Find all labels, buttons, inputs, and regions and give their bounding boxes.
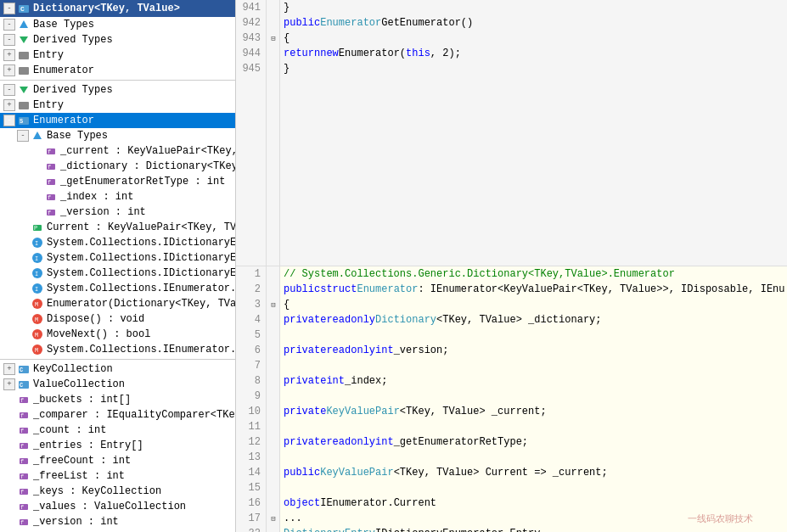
tree-item-entry2[interactable]: +Entry — [0, 98, 235, 113]
tree-item-index[interactable]: f_index : int — [0, 189, 235, 204]
code-segment: IDictionaryEnumerator.Entry — [375, 528, 540, 532]
code-segment: private — [284, 344, 326, 356]
header-expand-btn[interactable]: - — [3, 3, 15, 14]
code-segment: _index; — [345, 375, 387, 387]
tree-item-base-types2[interactable]: -Base Types — [0, 128, 235, 143]
code-segment: KeyValuePair — [326, 406, 399, 417]
tree-item-enumerator-top[interactable]: +Enumerator — [0, 63, 235, 78]
tree-label-idict3: System.Collections.IDictionaryEnumera... — [47, 267, 236, 279]
code-segment: KeyValuePair — [320, 467, 393, 479]
expand-btn-derived-types-top[interactable]: - — [3, 34, 15, 46]
line-number-9: 9 — [241, 389, 261, 404]
fold-gutter-17[interactable]: ⊟ — [267, 511, 280, 526]
expand-btn-valuecollection[interactable]: + — [3, 378, 15, 390]
class-icon: C — [17, 362, 31, 376]
tree-item-entries[interactable]: f_entries : Entry[] — [0, 438, 235, 453]
tree-item-valuecollection[interactable]: +CValueCollection — [0, 377, 235, 392]
expand-btn-entry-top[interactable]: + — [3, 49, 15, 61]
code-segment: private — [284, 436, 326, 448]
tree-item-keycollection[interactable]: +CKeyCollection — [0, 361, 235, 377]
fold-gutter-943[interactable]: ⊟ — [267, 31, 280, 46]
tree-item-current-prop[interactable]: PCurrent : KeyValuePair<TKey, TValue> — [0, 220, 235, 235]
tree-label-enumerator: Enumerator — [33, 115, 94, 126]
code-segment: : IEnumerator<KeyValuePair<TKey, TValue>… — [418, 283, 787, 295]
code-segment: } — [284, 63, 290, 75]
code-line-13 — [284, 450, 787, 465]
tree-item-comparer[interactable]: f_comparer : IEqualityComparer<TKey> — [0, 407, 235, 423]
tree-item-idict2[interactable]: ISystem.Collections.IDictionaryEnumera..… — [0, 250, 235, 266]
svg-text:C: C — [20, 367, 23, 373]
tree-label-current: _current : KeyValuePair<TKey, TValue> — [60, 145, 236, 157]
svg-rect-5 — [19, 67, 29, 75]
expand-btn-derived-types[interactable]: - — [3, 84, 15, 96]
tree-label-version: _version : int — [60, 206, 146, 218]
tree-item-enumerator[interactable]: -SEnumerator — [0, 113, 235, 128]
svg-text:f: f — [48, 164, 51, 171]
tree-header-item[interactable]: - C Dictionary<TKey, TValue> — [0, 0, 235, 17]
expand-btn-entry2[interactable]: + — [3, 99, 15, 111]
tree-item-idict3[interactable]: ISystem.Collections.IDictionaryEnumera..… — [0, 266, 235, 281]
tree-items-container: -Base Types-Derived Types+Entry+Enumerat… — [0, 17, 235, 532]
tree-item-dispose[interactable]: MDispose() : void — [0, 311, 235, 327]
fold-gutter-8 — [267, 373, 280, 389]
code-segment: public — [284, 17, 320, 29]
tree-item-derived-types[interactable]: -Derived Types — [0, 82, 235, 98]
fold-gutter-3[interactable]: ⊟ — [267, 297, 280, 312]
tree-item-keys[interactable]: f_keys : KeyCollection — [0, 484, 235, 499]
expand-btn-base-types2[interactable]: - — [17, 130, 29, 142]
tree-item-version[interactable]: f_version : int — [0, 204, 235, 220]
fold-gutter-942 — [267, 15, 280, 31]
line-number-14: 14 — [241, 465, 261, 480]
svg-text:f: f — [20, 397, 24, 404]
line-number-944: 944 — [241, 46, 261, 61]
expand-btn-enumerator[interactable]: - — [3, 115, 15, 126]
fold-gutter-9 — [267, 389, 280, 404]
svg-text:f: f — [48, 210, 51, 216]
tree-item-base-types-top[interactable]: -Base Types — [0, 17, 235, 32]
svg-text:M: M — [35, 347, 38, 354]
code-segment: _version; — [394, 344, 449, 356]
tree-item-freecount[interactable]: f_freeCount : int — [0, 453, 235, 468]
tree-item-buckets[interactable]: f_buckets : int[] — [0, 392, 235, 407]
tree-item-count[interactable]: f_count : int — [0, 423, 235, 438]
code-segment: Enumerator( — [339, 48, 406, 59]
svg-text:I: I — [35, 240, 38, 247]
code-segment: { — [284, 299, 290, 311]
svg-text:f: f — [20, 428, 24, 434]
tree-item-ctor[interactable]: MEnumerator(Dictionary<TKey, TValue>, — [0, 296, 235, 311]
expand-btn-base-types-top[interactable]: - — [3, 19, 15, 31]
code-segment: struct — [320, 283, 357, 295]
tree-item-current[interactable]: f_current : KeyValuePair<TKey, TValue> — [0, 143, 235, 159]
line-number-13: 13 — [241, 450, 261, 465]
tree-item-reset[interactable]: MSystem.Collections.IEnumerator.Reset() — [0, 342, 235, 357]
tree-item-derived-types-top[interactable]: -Derived Types — [0, 32, 235, 48]
tree-label-idict1: System.Collections.IDictionaryEnumera... — [47, 237, 236, 249]
tree-item-values[interactable]: f_values : ValueCollection — [0, 499, 235, 514]
svg-text:P: P — [34, 225, 37, 232]
tree-item-version2[interactable]: f_version : int — [0, 514, 235, 529]
tree-item-dictionary[interactable]: f_dictionary : Dictionary<TKey, TValue> — [0, 159, 235, 174]
entry-icon — [17, 48, 31, 62]
field-icon: f — [17, 500, 31, 513]
tree-item-freelist[interactable]: f_freeList : int — [0, 468, 235, 484]
tree-label-keys: _keys : KeyCollection — [33, 485, 161, 497]
tree-item-ienumerator-current[interactable]: ISystem.Collections.IEnumerator.Curren..… — [0, 281, 235, 296]
expand-btn-keycollection[interactable]: + — [3, 363, 15, 375]
svg-text:f: f — [48, 179, 51, 186]
code-panel: 941942943944945 ⊟ }public Enumerator Get… — [236, 0, 787, 532]
tree-label-entries: _entries : Entry[] — [33, 440, 143, 451]
tree-item-movenext[interactable]: MMoveNext() : bool — [0, 327, 235, 342]
expand-btn-enumerator-top[interactable]: + — [3, 64, 15, 76]
code-segment: private — [284, 406, 326, 417]
field-icon: f — [44, 160, 58, 173]
fold-gutter-13 — [267, 450, 280, 465]
tree-item-idict1[interactable]: ISystem.Collections.IDictionaryEnumera..… — [0, 235, 235, 250]
fold-gutter-945 — [267, 61, 280, 76]
tree-label-getEnumRetType: _getEnumeratorRetType : int — [60, 176, 225, 188]
code-segment: object — [284, 497, 320, 509]
svg-text:f: f — [20, 504, 24, 511]
tree-item-getEnumRetType[interactable]: f_getEnumeratorRetType : int — [0, 174, 235, 189]
main-code-content: // System.Collections.Generic.Dictionary… — [280, 266, 787, 532]
tree-item-entry-top[interactable]: +Entry — [0, 48, 235, 63]
svg-text:I: I — [35, 255, 38, 262]
